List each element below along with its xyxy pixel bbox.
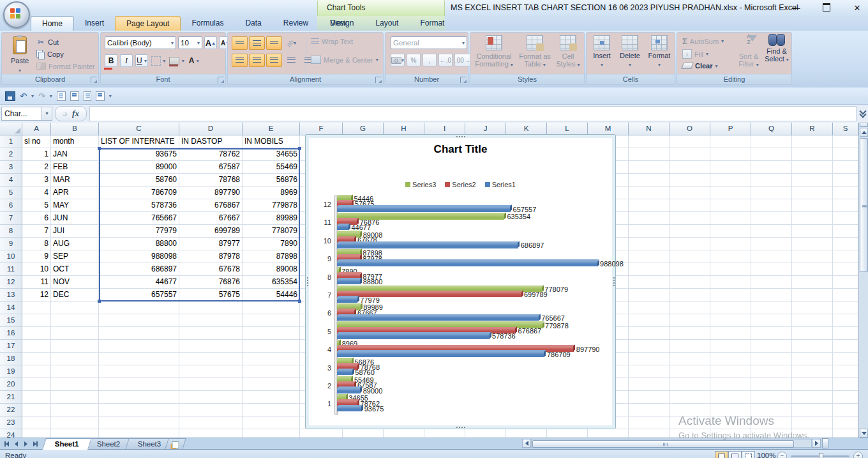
bar-series1-cat3[interactable] — [337, 370, 352, 375]
cell-N10[interactable] — [629, 250, 670, 263]
cell-N19[interactable] — [629, 365, 670, 378]
cell-S24[interactable] — [833, 429, 858, 438]
cell-R6[interactable] — [792, 199, 833, 212]
format-as-table-button[interactable]: Format as Table ▾ — [518, 35, 552, 69]
cell-R8[interactable] — [792, 225, 833, 238]
column-header-E[interactable]: E — [243, 123, 300, 135]
cell-N2[interactable] — [629, 148, 670, 161]
cell-Q5[interactable] — [751, 187, 792, 199]
cell-N17[interactable] — [629, 340, 670, 353]
row-header-2[interactable]: 2 — [0, 148, 22, 161]
cell-O4[interactable] — [670, 174, 710, 187]
row-header-23[interactable]: 23 — [0, 416, 22, 429]
cell-O17[interactable] — [670, 340, 710, 353]
cell-O15[interactable] — [670, 314, 710, 327]
chart-object[interactable]: Chart Title Series3Series2Series1 125444… — [305, 134, 616, 429]
column-header-M[interactable]: M — [588, 123, 629, 135]
cell-P24[interactable] — [710, 429, 751, 438]
cell-B15[interactable] — [51, 314, 99, 327]
zoom-slider-thumb[interactable] — [819, 453, 823, 458]
vertical-split-handle[interactable] — [860, 123, 868, 127]
name-box[interactable]: Char... — [1, 107, 42, 121]
cell-B7[interactable]: JUN — [51, 212, 99, 225]
cell-S11[interactable] — [833, 263, 858, 276]
cell-L24[interactable] — [547, 429, 588, 438]
tab-formulas[interactable]: Formulas — [181, 16, 234, 31]
cell-H24[interactable] — [384, 429, 424, 438]
cell-D12[interactable]: 76876 — [179, 276, 243, 289]
cell-Q11[interactable] — [751, 263, 792, 276]
cell-C18[interactable] — [99, 353, 179, 365]
cell-C6[interactable]: 578736 — [99, 199, 179, 212]
cell-R22[interactable] — [792, 404, 833, 416]
row-header-14[interactable]: 14 — [0, 302, 22, 314]
cell-S6[interactable] — [833, 199, 858, 212]
cell-R2[interactable] — [792, 148, 833, 161]
column-header-B[interactable]: B — [51, 123, 99, 135]
cell-E15[interactable] — [243, 314, 300, 327]
cell-P15[interactable] — [710, 314, 751, 327]
cell-B5[interactable]: APR — [51, 187, 99, 199]
vertical-scrollbar[interactable] — [858, 123, 868, 438]
cell-N18[interactable] — [629, 353, 670, 365]
cell-B9[interactable]: AUG — [51, 238, 99, 250]
cell-D3[interactable]: 67587 — [179, 161, 243, 174]
qat-more-icon[interactable]: ▾ — [109, 93, 112, 99]
row-header-20[interactable]: 20 — [0, 378, 22, 391]
row-header-8[interactable]: 8 — [0, 225, 22, 238]
cell-Q18[interactable] — [751, 353, 792, 365]
cell-Q22[interactable] — [751, 404, 792, 416]
tab-format[interactable]: Format — [409, 16, 455, 31]
zoom-in-icon[interactable]: + — [853, 452, 863, 458]
cell-R10[interactable] — [792, 250, 833, 263]
office-button[interactable] — [3, 1, 30, 28]
column-header-A[interactable]: A — [22, 123, 51, 135]
cell-D22[interactable] — [179, 404, 243, 416]
column-header-C[interactable]: C — [99, 123, 179, 135]
cell-B19[interactable] — [51, 365, 99, 378]
cell-N7[interactable] — [629, 212, 670, 225]
cell-O16[interactable] — [670, 327, 710, 340]
cell-Q3[interactable] — [751, 161, 792, 174]
vertical-scroll-thumb[interactable] — [860, 138, 868, 272]
tab-insert[interactable]: Insert — [74, 16, 115, 31]
cell-N12[interactable] — [629, 276, 670, 289]
cell-P11[interactable] — [710, 263, 751, 276]
cell-R7[interactable] — [792, 212, 833, 225]
cell-D17[interactable] — [179, 340, 243, 353]
cell-E20[interactable] — [243, 378, 300, 391]
find-select-button[interactable]: Find & Select ▾ — [763, 34, 791, 64]
cell-P21[interactable] — [710, 391, 751, 404]
cell-Q9[interactable] — [751, 238, 792, 250]
cell-E7[interactable]: 89989 — [243, 212, 300, 225]
cell-N9[interactable] — [629, 238, 670, 250]
cell-C19[interactable] — [99, 365, 179, 378]
column-header-S[interactable]: S — [833, 123, 858, 135]
cell-N21[interactable] — [629, 391, 670, 404]
cell-P13[interactable] — [710, 289, 751, 302]
borders-button[interactable]: ▾ — [151, 54, 166, 67]
cell-Q12[interactable] — [751, 276, 792, 289]
orientation-button[interactable]: ab▾ — [283, 36, 299, 50]
cell-O10[interactable] — [670, 250, 710, 263]
cell-E18[interactable] — [243, 353, 300, 365]
cell-P16[interactable] — [710, 327, 751, 340]
cell-E19[interactable] — [243, 365, 300, 378]
cell-D14[interactable] — [179, 302, 243, 314]
cell-Q8[interactable] — [751, 225, 792, 238]
cell-P7[interactable] — [710, 212, 751, 225]
bar-series1-cat8[interactable] — [337, 279, 361, 284]
cell-N3[interactable] — [629, 161, 670, 174]
cell-D5[interactable]: 897790 — [179, 187, 243, 199]
minimize-icon[interactable]: — — [789, 3, 803, 13]
cell-D13[interactable]: 57675 — [179, 289, 243, 302]
cell-R17[interactable] — [792, 340, 833, 353]
cell-Q13[interactable] — [751, 289, 792, 302]
column-header-P[interactable]: P — [710, 123, 751, 135]
cell-Q17[interactable] — [751, 340, 792, 353]
cell-P23[interactable] — [710, 416, 751, 429]
cell-R15[interactable] — [792, 314, 833, 327]
bar-series1-cat4[interactable] — [337, 352, 544, 357]
cell-R23[interactable] — [792, 416, 833, 429]
cell-C13[interactable]: 657557 — [99, 289, 179, 302]
